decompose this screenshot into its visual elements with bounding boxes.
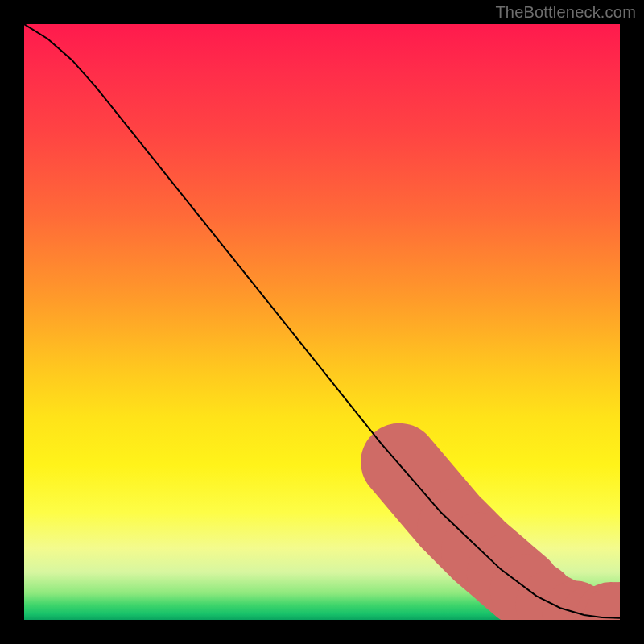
watermark-text: TheBottleneck.com: [495, 3, 636, 22]
data-markers-group: [399, 462, 620, 620]
chart-overlay: [24, 24, 620, 620]
chart-frame: TheBottleneck.com: [0, 0, 644, 644]
plot-area: [24, 24, 620, 620]
bottleneck-curve: [24, 24, 620, 618]
